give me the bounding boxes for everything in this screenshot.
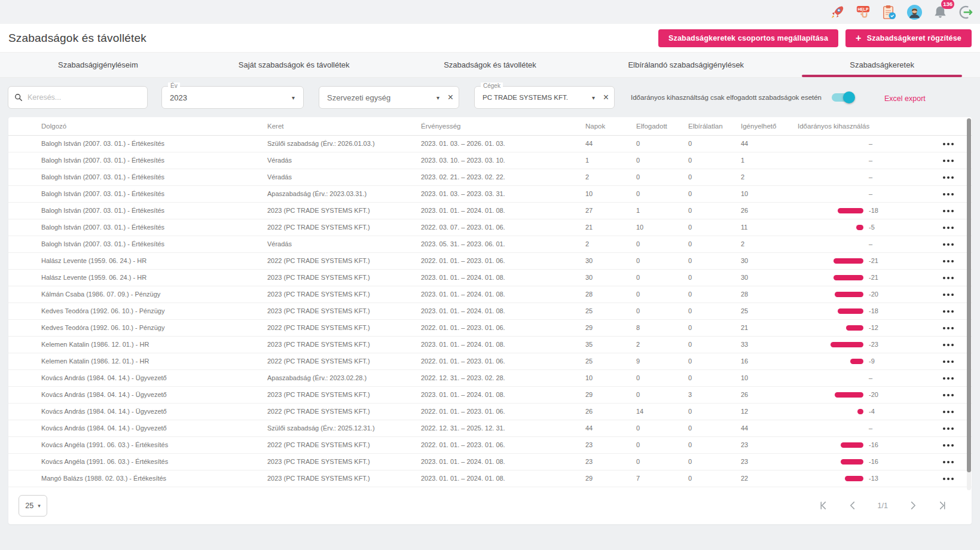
row-actions-button[interactable]	[941, 358, 956, 365]
year-select[interactable]: Év 2023 ▾	[161, 86, 304, 109]
row-actions-button[interactable]	[941, 459, 956, 466]
bulk-allowance-button[interactable]: Szabadságkeretek csoportos megállapítása	[658, 29, 838, 47]
companies-select-label: Cégek	[481, 82, 503, 89]
utilization-toggle[interactable]	[832, 93, 853, 102]
tab-4[interactable]: Elbírálandó szabadságigénylések	[588, 53, 784, 77]
toggle-knob[interactable]	[843, 91, 855, 103]
cell-dolgozo: Halász Levente (1959. 06. 24.) - HR	[8, 252, 265, 269]
utilization-bar	[834, 275, 863, 280]
cell-kihasznalas: -4	[792, 403, 924, 420]
cell-elfogadott: 0	[624, 135, 676, 152]
cell-ervenyesseg: 2023. 03. 10. – 2023. 03. 10.	[419, 152, 573, 169]
bell-icon[interactable]: 136	[932, 4, 948, 20]
logout-icon[interactable]	[958, 4, 974, 20]
cell-elbiralatlan: 0	[676, 403, 729, 420]
row-actions-button[interactable]	[941, 325, 956, 332]
row-actions-button[interactable]	[941, 207, 956, 215]
tabs-bar: SzabadságigényléseimSaját szabadságok és…	[0, 53, 980, 78]
next-page-button[interactable]	[908, 501, 917, 510]
pagination: 1/1	[819, 501, 947, 510]
row-actions-button[interactable]	[941, 475, 956, 482]
column-header-3: Érvényesség	[419, 117, 573, 135]
cell-actions	[924, 470, 972, 487]
cell-actions	[924, 185, 972, 202]
row-actions-button[interactable]	[941, 408, 956, 415]
row-actions-button[interactable]	[941, 392, 956, 399]
rocket-icon[interactable]	[829, 4, 845, 20]
cell-keret: Véradás	[265, 169, 419, 185]
cell-igenyelheto: 25	[729, 302, 792, 319]
cell-napok: 10	[573, 369, 624, 386]
cell-kihasznalas: -20	[792, 386, 924, 403]
table-header-row: DolgozóKeretÉrvényességNapokElfogadottEl…	[8, 117, 972, 135]
cell-elfogadott: 0	[624, 302, 676, 319]
cell-dolgozo: Kovács András (1984. 04. 14.) - Ügyvezet…	[8, 386, 265, 403]
tab-1[interactable]: Szabadságigényléseim	[0, 53, 196, 77]
cell-kihasznalas: –	[792, 369, 924, 386]
row-actions-button[interactable]	[941, 241, 956, 248]
cell-elfogadott: 0	[624, 252, 676, 269]
cell-elfogadott: 0	[624, 236, 676, 252]
tasks-icon[interactable]	[881, 4, 897, 20]
tab-2[interactable]: Saját szabadságok és távollétek	[196, 53, 392, 77]
last-page-button[interactable]	[938, 501, 947, 510]
previous-page-button[interactable]	[848, 501, 857, 510]
cell-igenyelheto: 1	[729, 152, 792, 169]
cell-napok: 44	[573, 420, 624, 436]
chevron-down-icon[interactable]: ▾	[292, 94, 295, 101]
search-input[interactable]	[28, 93, 141, 102]
cell-actions	[924, 336, 972, 353]
row-actions-button[interactable]	[941, 224, 956, 231]
avatar[interactable]	[906, 4, 923, 20]
table-row: Balogh István (2007. 03. 01.) - Értékesí…	[8, 135, 972, 152]
row-actions-button[interactable]	[941, 341, 956, 349]
clear-icon[interactable]: ×	[603, 93, 609, 102]
companies-select[interactable]: Cégek PC TRADE SYSTEMS KFT. ▾ ×	[474, 86, 615, 109]
clear-icon[interactable]: ×	[448, 93, 453, 102]
row-actions-button[interactable]	[941, 308, 956, 315]
utilization-bar	[835, 292, 863, 297]
column-header-7: Igényelhető	[729, 117, 792, 135]
row-actions-button[interactable]	[941, 375, 956, 382]
tab-5[interactable]: Szabadságkeretek	[784, 53, 980, 77]
utilization-value: -23	[869, 341, 878, 348]
chevron-down-icon[interactable]: ▾	[592, 94, 595, 101]
excel-export-link[interactable]: Excel export	[884, 94, 926, 103]
page-size-select[interactable]: 25 ▾	[19, 495, 47, 517]
cell-igenyelheto: 12	[729, 403, 792, 420]
cell-ervenyesseg: 2023. 01. 03. – 2023. 03. 31.	[419, 185, 573, 202]
cell-dolgozo: Kedves Teodóra (1992. 06. 10.) - Pénzügy	[8, 319, 265, 336]
scrollbar-thumb[interactable]	[967, 118, 971, 472]
cell-keret: Apaszabadság (Érv.: 2023.02.28.)	[265, 369, 419, 386]
row-actions-button[interactable]	[941, 140, 956, 148]
cell-napok: 35	[573, 336, 624, 353]
first-page-button[interactable]	[819, 501, 828, 510]
utilization-value: –	[869, 240, 872, 248]
cell-kihasznalas: -21	[792, 252, 924, 269]
cell-igenyelheto: 26	[729, 202, 792, 219]
cell-actions	[924, 302, 972, 319]
utilization-bar	[857, 409, 863, 414]
row-actions-button[interactable]	[941, 174, 956, 181]
row-actions-button[interactable]	[941, 291, 956, 298]
utilization-bar	[838, 308, 863, 314]
allowances-table: DolgozóKeretÉrvényességNapokElfogadottEl…	[8, 117, 972, 487]
row-actions-button[interactable]	[941, 274, 956, 282]
cell-actions	[924, 202, 972, 219]
cell-igenyelheto: 10	[729, 185, 792, 202]
row-actions-button[interactable]	[941, 191, 956, 198]
chevron-down-icon[interactable]: ▾	[436, 94, 439, 101]
row-actions-button[interactable]	[941, 258, 956, 265]
cell-keret: Apaszabadság (Érv.: 2023.03.31.)	[265, 185, 419, 202]
cell-actions	[924, 403, 972, 420]
utilization-value: -13	[869, 475, 878, 482]
row-actions-button[interactable]	[941, 157, 956, 164]
add-allowance-button[interactable]: + Szabadságkeret rögzítése	[845, 29, 972, 47]
org-unit-select[interactable]: Szervezeti egység ▾ ×	[319, 86, 459, 109]
row-actions-button[interactable]	[941, 425, 956, 432]
cell-elbiralatlan: 0	[676, 286, 729, 302]
tab-3[interactable]: Szabadságok és távollétek	[392, 53, 588, 77]
row-actions-button[interactable]	[941, 442, 956, 449]
help-icon[interactable]: HELP	[855, 4, 871, 20]
cell-napok: 2	[573, 236, 624, 252]
